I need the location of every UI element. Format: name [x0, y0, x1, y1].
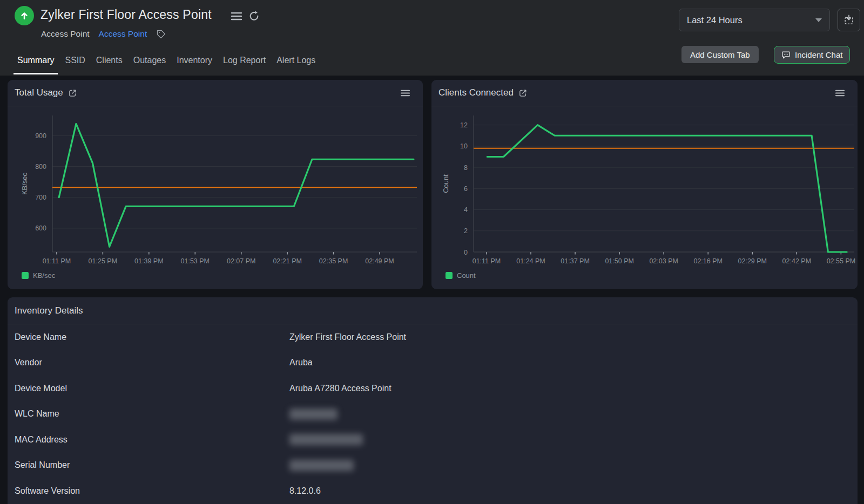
svg-text:02:29 PM: 02:29 PM [738, 257, 767, 265]
chart-title-text: Clients Connected [438, 87, 514, 98]
svg-text:02:21 PM: 02:21 PM [273, 257, 302, 265]
chart-menu-icon[interactable] [835, 89, 845, 97]
inventory-value: Aruba A7280 Access Point [289, 384, 392, 393]
arrow-up-icon [19, 10, 30, 21]
legend-label: Count [457, 271, 476, 280]
tag-icon[interactable] [156, 29, 166, 39]
tab-alert-logs[interactable]: Alert Logs [273, 55, 319, 74]
device-status-up-icon [15, 6, 34, 25]
legend-item-count[interactable]: Count [446, 271, 858, 280]
inventory-rows: Device NameZylker First Floor Access Poi… [8, 324, 858, 504]
tab-bar: SummarySSIDClientsOutagesInventoryLog Re… [14, 55, 319, 74]
refresh-icon[interactable] [248, 10, 260, 22]
legend-swatch [22, 272, 29, 279]
inventory-row-serial-number: Serial Number [8, 453, 858, 479]
total-usage-chart: 60070080090001:11 PM01:25 PM01:39 PM01:5… [8, 106, 423, 280]
inventory-value: Aruba [289, 358, 313, 367]
tab-inventory[interactable]: Inventory [173, 55, 216, 74]
svg-text:01:50 PM: 01:50 PM [605, 257, 634, 265]
svg-text:01:11 PM: 01:11 PM [473, 257, 501, 265]
breadcrumb: Access Point Access Point [41, 29, 166, 39]
svg-text:0: 0 [464, 249, 468, 256]
inventory-card-header: Inventory Details [8, 297, 858, 324]
inventory-row-vendor: VendorAruba [8, 350, 858, 376]
inventory-details-card: Inventory Details Device NameZylker Firs… [8, 297, 858, 504]
inventory-value: 8.12.0.6 [289, 486, 321, 496]
svg-text:02:49 PM: 02:49 PM [365, 257, 394, 265]
title-menu-icon[interactable] [231, 11, 242, 22]
open-in-new-window-button[interactable] [838, 9, 860, 31]
redacted-value [289, 408, 338, 420]
svg-text:02:03 PM: 02:03 PM [649, 257, 678, 265]
svg-text:01:37 PM: 01:37 PM [561, 257, 590, 265]
add-custom-tab-button[interactable]: Add Custom Tab [681, 46, 759, 63]
tab-log-report[interactable]: Log Report [219, 55, 269, 74]
svg-text:4: 4 [464, 206, 468, 214]
svg-text:8: 8 [464, 164, 468, 172]
expand-chart-icon[interactable] [518, 88, 528, 98]
tab-clients[interactable]: Clients [92, 55, 126, 74]
line-chart-svg: 02468101201:11 PM01:24 PM01:37 PM01:50 P… [431, 106, 858, 268]
tab-ssid[interactable]: SSID [61, 55, 89, 74]
inventory-value: Zylker First Floor Access Point [289, 332, 406, 342]
inventory-label: Serial Number [15, 460, 70, 470]
svg-text:02:55 PM: 02:55 PM [827, 257, 856, 265]
inventory-label: Vendor [15, 358, 42, 367]
clients-connected-card: Clients Connected 02468101201:11 PM01:24… [431, 80, 858, 289]
time-range-select[interactable]: Last 24 Hours [679, 9, 830, 31]
svg-text:02:07 PM: 02:07 PM [227, 257, 256, 265]
legend-item-kb-sec[interactable]: KB/sec [22, 271, 423, 280]
svg-text:01:39 PM: 01:39 PM [134, 257, 164, 265]
tab-outages[interactable]: Outages [130, 55, 170, 74]
svg-text:02:42 PM: 02:42 PM [782, 257, 812, 265]
total-usage-card-header: Total Usage [8, 80, 423, 106]
svg-text:900: 900 [35, 132, 46, 140]
svg-text:01:53 PM: 01:53 PM [181, 257, 210, 265]
redacted-value [289, 434, 363, 445]
svg-text:700: 700 [35, 194, 46, 201]
svg-text:01:11 PM: 01:11 PM [43, 257, 71, 265]
open-in-new-window-icon [843, 14, 855, 26]
svg-text:02:35 PM: 02:35 PM [319, 257, 348, 265]
svg-text:12: 12 [460, 121, 468, 129]
chart-menu-icon[interactable] [401, 89, 410, 97]
svg-text:2: 2 [464, 227, 468, 235]
svg-text:800: 800 [35, 163, 46, 171]
inventory-label: Software Version [15, 486, 80, 496]
time-range-value: Last 24 Hours [687, 15, 742, 25]
legend-swatch [446, 272, 453, 279]
svg-text:600: 600 [35, 224, 46, 232]
legend-label: KB/sec [33, 271, 55, 280]
inventory-label: MAC Address [15, 435, 68, 445]
inventory-label: Device Name [15, 332, 66, 342]
svg-text:01:24 PM: 01:24 PM [516, 257, 545, 265]
clients-connected-card-title: Clients Connected [438, 87, 528, 98]
inventory-label: Device Model [15, 384, 67, 393]
clients-connected-card-header: Clients Connected [431, 80, 858, 106]
incident-chat-label: Incident Chat [795, 50, 842, 59]
page-title: Zylker First Floor Access Point [40, 8, 212, 22]
svg-text:02:16 PM: 02:16 PM [693, 257, 723, 265]
inventory-row-software-version: Software Version8.12.0.6 [8, 478, 858, 504]
chat-icon [781, 50, 791, 59]
total-usage-card: Total Usage 60070080090001:11 PM01:25 PM… [8, 80, 423, 289]
svg-text:Count: Count [442, 174, 450, 193]
svg-text:10: 10 [460, 142, 468, 150]
chart-title-text: Total Usage [15, 87, 63, 98]
inventory-label: WLC Name [15, 409, 59, 419]
inventory-row-wlc-name: WLC Name [8, 401, 858, 427]
tab-summary[interactable]: Summary [14, 55, 58, 74]
inventory-row-device-name: Device NameZylker First Floor Access Poi… [8, 324, 858, 350]
device-type-label: Access Point [41, 29, 90, 39]
line-chart-svg: 60070080090001:11 PM01:25 PM01:39 PM01:5… [8, 106, 423, 268]
redacted-value [289, 460, 354, 471]
incident-chat-button[interactable]: Incident Chat [774, 46, 850, 64]
svg-text:KB/sec: KB/sec [21, 172, 29, 195]
clients-connected-chart: 02468101201:11 PM01:24 PM01:37 PM01:50 P… [431, 106, 858, 280]
svg-text:6: 6 [464, 185, 468, 193]
inventory-row-mac-address: MAC Address [8, 427, 858, 453]
svg-text:01:25 PM: 01:25 PM [89, 257, 118, 265]
expand-chart-icon[interactable] [68, 88, 77, 98]
device-type-link[interactable]: Access Point [99, 29, 147, 39]
total-usage-card-title: Total Usage [15, 87, 77, 98]
